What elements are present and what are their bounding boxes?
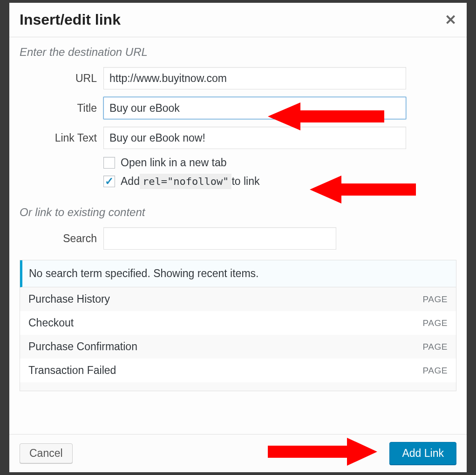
item-type: PAGE — [423, 318, 448, 328]
arrow-annotation-icon — [310, 173, 419, 206]
svg-marker-1 — [268, 102, 300, 130]
item-title: Transaction Failed — [28, 364, 116, 377]
recent-notice: No search term specified. Showing recent… — [20, 260, 456, 287]
url-input[interactable] — [103, 67, 406, 89]
title-label: Title — [20, 102, 103, 115]
modal-title: Insert/edit link — [20, 11, 121, 28]
cancel-button[interactable]: Cancel — [20, 443, 73, 463]
check-icon: ✓ — [105, 176, 114, 187]
list-item[interactable]: Purchase History PAGE — [20, 287, 456, 311]
list-item[interactable]: Purchase Confirmation PAGE — [20, 335, 456, 359]
svg-marker-3 — [310, 176, 341, 204]
insert-link-modal: Insert/edit link ✕ Enter the destination… — [9, 3, 467, 472]
modal-body: Enter the destination URL URL Title Link… — [9, 37, 467, 434]
add-link-button[interactable]: Add Link — [389, 442, 456, 465]
nofollow-code: rel="nofollow" — [140, 174, 231, 189]
linktext-label: Link Text — [20, 132, 103, 144]
svg-rect-2 — [337, 183, 416, 196]
list-item[interactable]: Transaction Failed PAGE — [20, 359, 456, 382]
url-label: URL — [20, 72, 103, 85]
item-title: Purchase History — [28, 293, 110, 305]
linktext-row: Link Text — [20, 127, 456, 149]
search-label: Search — [20, 232, 103, 245]
search-row: Search — [20, 227, 456, 250]
arrow-annotation-icon — [268, 435, 380, 468]
svg-rect-0 — [296, 110, 384, 122]
svg-marker-5 — [347, 438, 377, 466]
item-title: Purchase Confirmation — [28, 340, 137, 353]
item-type: PAGE — [423, 294, 448, 305]
modal-footer: Cancel Add Link — [9, 434, 467, 472]
existing-section-label: Or link to existing content — [20, 206, 456, 219]
newtab-label: Open link in a new tab — [121, 156, 227, 169]
nofollow-prefix: Add — [121, 175, 140, 188]
search-input[interactable] — [103, 227, 336, 250]
newtab-row: Open link in a new tab — [103, 156, 456, 169]
destination-section-label: Enter the destination URL — [20, 46, 456, 59]
url-row: URL — [20, 67, 456, 89]
item-title: Checkout — [28, 317, 74, 329]
modal-header: Insert/edit link ✕ — [9, 3, 467, 37]
nofollow-checkbox[interactable]: ✓ — [103, 176, 115, 187]
nofollow-suffix: to link — [231, 175, 259, 188]
list-item[interactable]: Checkout PAGE — [20, 311, 456, 335]
item-type: PAGE — [423, 366, 448, 376]
close-icon[interactable]: ✕ — [445, 13, 456, 27]
item-type: PAGE — [423, 342, 448, 352]
list-item-partial[interactable] — [20, 382, 456, 391]
arrow-annotation-icon — [268, 100, 389, 133]
newtab-checkbox[interactable] — [103, 157, 115, 169]
recent-items-box: No search term specified. Showing recent… — [20, 260, 456, 391]
title-row: Title — [20, 97, 456, 119]
svg-rect-4 — [268, 446, 352, 458]
